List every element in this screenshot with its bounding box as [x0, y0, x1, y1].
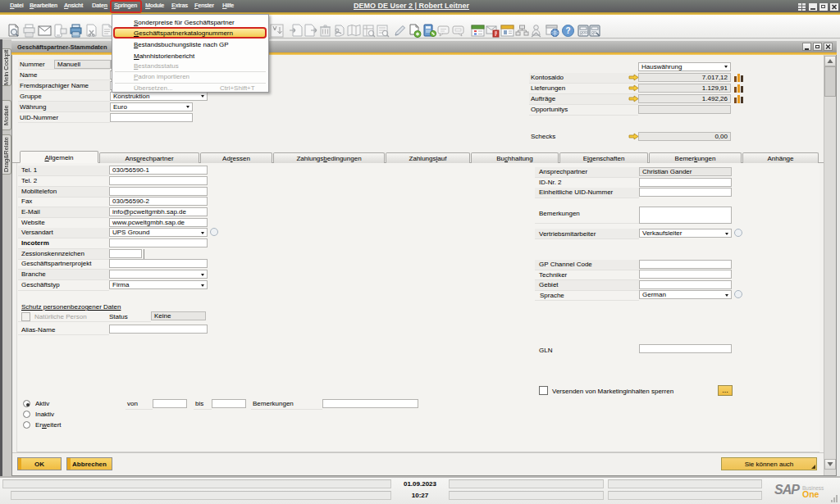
svg-text:?: ? — [565, 26, 570, 35]
